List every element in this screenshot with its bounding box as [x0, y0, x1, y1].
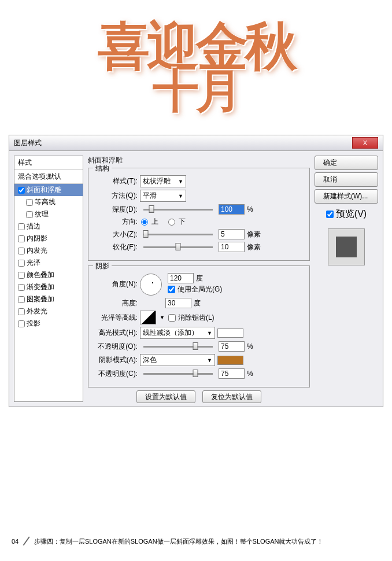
style-item[interactable]: 光泽 [14, 257, 83, 269]
style-item-label: 等高线 [35, 197, 56, 207]
shadow-opacity-slider[interactable] [143, 373, 213, 375]
style-item[interactable]: 渐变叠加 [14, 281, 83, 293]
style-item-label: 图案叠加 [27, 294, 54, 304]
style-checkbox[interactable] [18, 248, 25, 254]
style-checkbox[interactable] [18, 187, 25, 194]
style-label: 样式(T): [94, 176, 138, 186]
soften-unit: 像素 [247, 242, 261, 252]
blend-options[interactable]: 混合选项:默认 [14, 170, 83, 184]
highlight-opacity-label: 不透明度(O): [94, 342, 138, 352]
style-item[interactable]: 描边 [14, 220, 83, 232]
style-item[interactable]: 斜面和浮雕 [14, 184, 83, 196]
style-item-label: 描边 [27, 222, 40, 231]
direction-up-radio[interactable] [141, 219, 148, 226]
style-checkbox[interactable] [18, 272, 25, 279]
style-item-label: 内阴影 [27, 234, 47, 243]
style-checkbox[interactable] [18, 296, 25, 303]
style-checkbox[interactable] [18, 260, 25, 267]
ok-button[interactable]: 确定 [315, 156, 378, 170]
main-panel: 斜面和浮雕 结构 样式(T): 枕状浮雕▼ 方法(Q): 平滑▼ 深度(D): … [88, 156, 310, 402]
global-light-label: 使用全局光(G) [177, 285, 222, 294]
angle-label: 角度(N): [94, 279, 138, 289]
gloss-contour-picker[interactable] [140, 311, 156, 324]
style-item[interactable]: 图案叠加 [14, 293, 83, 305]
antialias-label: 消除锯齿(L) [178, 313, 215, 323]
style-item[interactable]: 等高线 [14, 196, 83, 208]
layer-style-dialog: 图层样式 X 样式 混合选项:默认 斜面和浮雕等高线纹理描边内阴影内发光光泽颜色… [9, 135, 383, 407]
size-unit: 像素 [247, 230, 261, 239]
direction-down-radio[interactable] [168, 219, 175, 226]
make-default-button[interactable]: 设置为默认值 [136, 390, 195, 403]
soften-input[interactable]: 10 [219, 242, 245, 252]
altitude-input[interactable]: 30 [165, 298, 191, 308]
style-checkbox[interactable] [26, 199, 33, 206]
style-item[interactable]: 内发光 [14, 245, 83, 257]
artwork-preview: 喜迎金秋 十月 [0, 0, 392, 129]
structure-legend: 结构 [93, 164, 112, 174]
styles-list: 样式 混合选项:默认 斜面和浮雕等高线纹理描边内阴影内发光光泽颜色叠加渐变叠加图… [14, 156, 83, 402]
highlight-opacity-slider[interactable] [143, 346, 213, 348]
title-bar[interactable]: 图层样式 X [9, 135, 383, 151]
method-label: 方法(Q): [94, 191, 138, 201]
preview-checkbox[interactable] [326, 211, 334, 218]
size-slider[interactable] [143, 234, 213, 235]
style-dropdown[interactable]: 枕状浮雕▼ [140, 175, 186, 187]
chevron-down-icon: ▼ [178, 193, 183, 199]
artwork-line1: 喜迎金秋 [0, 23, 392, 70]
style-checkbox[interactable] [18, 320, 25, 327]
chevron-down-icon: ▼ [207, 357, 212, 363]
new-style-button[interactable]: 新建样式(W)... [315, 189, 378, 204]
style-checkbox[interactable] [18, 308, 25, 315]
angle-widget[interactable] [140, 274, 162, 296]
style-item-label: 渐变叠加 [27, 282, 54, 292]
style-item[interactable]: 内阴影 [14, 232, 83, 245]
style-item[interactable]: 投影 [14, 318, 83, 330]
angle-input[interactable]: 120 [168, 273, 194, 283]
style-item-label: 斜面和浮雕 [27, 185, 61, 195]
shadow-opacity-label: 不透明度(C): [94, 369, 138, 379]
shading-legend: 阴影 [93, 261, 112, 271]
altitude-label: 高度: [94, 298, 138, 308]
shadow-color-swatch[interactable] [217, 356, 243, 365]
depth-label: 深度(D): [94, 205, 138, 215]
style-checkbox[interactable] [18, 223, 25, 230]
reset-default-button[interactable]: 复位为默认值 [202, 390, 261, 403]
style-item[interactable]: 颜色叠加 [14, 269, 83, 281]
soften-slider[interactable] [143, 246, 213, 248]
direction-label: 方向: [94, 217, 138, 227]
size-input[interactable]: 5 [219, 229, 245, 239]
soften-label: 软化(F): [94, 242, 138, 252]
preview-label: 预览(V) [336, 208, 367, 220]
artwork-line2: 十月 [0, 70, 392, 112]
style-checkbox[interactable] [18, 284, 25, 291]
style-item[interactable]: 外发光 [14, 305, 83, 318]
highlight-mode-dropdown[interactable]: 线性减淡（添加）▼ [140, 327, 215, 339]
highlight-color-swatch[interactable] [217, 329, 243, 338]
style-item[interactable]: 纹理 [14, 208, 83, 220]
global-light-checkbox[interactable] [168, 286, 175, 293]
style-item-label: 外发光 [27, 307, 47, 316]
style-item-label: 纹理 [35, 209, 49, 219]
footer: 04 / 步骤四：复制一层SLOGAN在新的SLOGAN做一层斜面浮雕效果，如图… [12, 533, 380, 549]
panel-title: 斜面和浮雕 [88, 156, 310, 165]
style-checkbox[interactable] [18, 235, 25, 242]
shadow-mode-dropdown[interactable]: 深色▼ [140, 354, 215, 366]
chevron-down-icon[interactable]: ▼ [160, 315, 165, 320]
close-button[interactable]: X [352, 137, 378, 149]
depth-unit: % [247, 205, 253, 213]
highlight-opacity-input[interactable]: 75 [219, 341, 245, 352]
styles-header[interactable]: 样式 [14, 156, 83, 170]
footer-text: 步骤四：复制一层SLOGAN在新的SLOGAN做一层斜面浮雕效果，如图！整个SL… [34, 537, 324, 546]
antialias-checkbox[interactable] [168, 314, 176, 322]
depth-input[interactable]: 100 [219, 204, 245, 215]
slash-icon: / [22, 533, 31, 550]
gloss-contour-label: 光泽等高线: [94, 313, 138, 323]
depth-slider[interactable] [143, 209, 213, 211]
style-item-label: 光泽 [27, 258, 40, 268]
cancel-button[interactable]: 取消 [315, 172, 378, 187]
method-dropdown[interactable]: 平滑▼ [140, 190, 186, 202]
shadow-opacity-input[interactable]: 75 [219, 368, 245, 379]
chevron-down-icon: ▼ [207, 330, 212, 336]
shading-group: 阴影 角度(N): 120 度 使用全局光(G) [88, 265, 310, 387]
style-checkbox[interactable] [26, 211, 33, 218]
